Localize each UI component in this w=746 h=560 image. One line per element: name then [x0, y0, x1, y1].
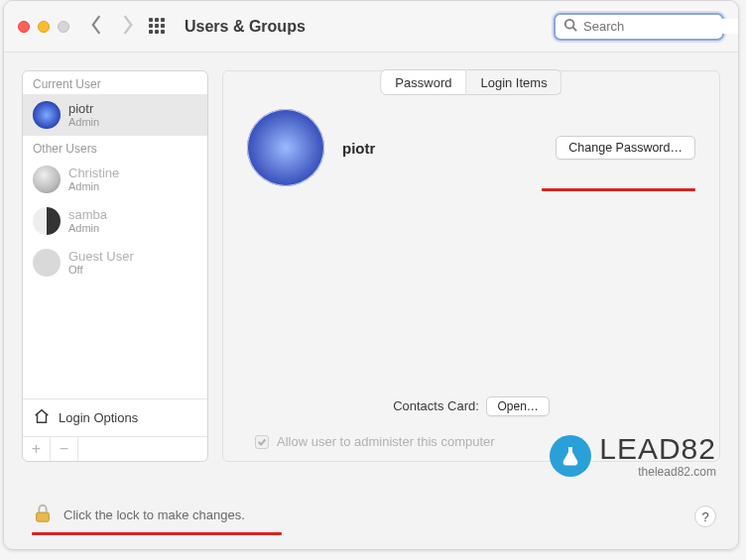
annotation-underline — [542, 188, 695, 191]
minimize-window-button[interactable] — [38, 21, 50, 33]
add-remove-bar: + − — [23, 436, 207, 461]
avatar — [33, 207, 61, 235]
user-name-label: Christine — [68, 166, 119, 181]
avatar — [33, 249, 61, 277]
lock-text: Click the lock to make changes. — [63, 507, 245, 522]
user-row-piotr[interactable]: piotr Admin — [23, 94, 207, 136]
user-name-label: piotr — [68, 101, 99, 117]
users-sidebar: Current User piotr Admin Other Users Chr… — [22, 70, 208, 462]
window-controls — [18, 21, 69, 33]
user-row-christine[interactable]: Christine Admin — [23, 159, 207, 200]
open-contacts-button[interactable]: Open… — [486, 396, 549, 416]
user-role-label: Admin — [68, 222, 107, 235]
tabbar: Password Login Items — [380, 69, 561, 95]
svg-point-0 — [565, 20, 574, 29]
nav-forward-button[interactable] — [121, 14, 135, 39]
nav-arrows — [89, 14, 135, 39]
svg-line-1 — [573, 28, 577, 32]
titlebar: Users & Groups — [4, 1, 738, 53]
tab-password[interactable]: Password — [380, 69, 466, 95]
login-options-label: Login Options — [59, 410, 138, 425]
change-password-button[interactable]: Change Password… — [556, 136, 695, 160]
admin-checkbox-label: Allow user to administer this computer — [277, 434, 495, 449]
user-name-label: samba — [68, 207, 107, 223]
add-user-button[interactable]: + — [23, 437, 51, 461]
avatar — [33, 166, 61, 193]
search-input[interactable] — [583, 19, 739, 34]
user-role-label: Admin — [68, 116, 99, 129]
profile-name: piotr — [342, 140, 375, 157]
remove-user-button[interactable]: − — [51, 437, 78, 461]
close-window-button[interactable] — [18, 21, 30, 33]
prefs-window: Users & Groups Current User piotr Admin … — [3, 0, 739, 550]
admin-checkbox-row: Allow user to administer this computer — [255, 434, 719, 449]
help-button[interactable]: ? — [694, 505, 716, 527]
pane-title: Users & Groups — [185, 18, 306, 36]
user-row-samba[interactable]: samba Admin — [23, 200, 207, 242]
contacts-row: Contacts Card: Open… — [223, 396, 719, 416]
watermark-url: thelead82.com — [599, 466, 716, 478]
other-users-heading: Other Users — [23, 136, 207, 159]
user-role-label: Off — [68, 264, 134, 277]
search-icon — [563, 18, 577, 35]
main-panel: Password Login Items piotr Change Passwo… — [222, 70, 720, 462]
profile-avatar[interactable] — [247, 109, 324, 186]
user-name-label: Guest User — [68, 249, 134, 265]
user-row-guest[interactable]: Guest User Off — [23, 242, 207, 283]
show-all-prefs-button[interactable] — [149, 18, 167, 36]
annotation-underline — [32, 532, 282, 535]
zoom-window-button[interactable] — [58, 21, 69, 33]
nav-back-button[interactable] — [89, 14, 103, 39]
current-user-heading: Current User — [23, 71, 207, 94]
home-icon — [33, 407, 51, 428]
user-role-label: Admin — [68, 180, 119, 193]
lock-bar: Click the lock to make changes. — [32, 503, 245, 527]
login-options-button[interactable]: Login Options — [23, 398, 207, 436]
tab-login-items[interactable]: Login Items — [466, 69, 561, 95]
contacts-label: Contacts Card: — [393, 398, 479, 413]
content: Current User piotr Admin Other Users Chr… — [4, 53, 738, 462]
svg-rect-2 — [37, 512, 50, 521]
search-field[interactable] — [554, 13, 724, 41]
avatar — [33, 101, 61, 129]
admin-checkbox[interactable] — [255, 435, 269, 449]
lock-icon[interactable] — [32, 503, 54, 527]
